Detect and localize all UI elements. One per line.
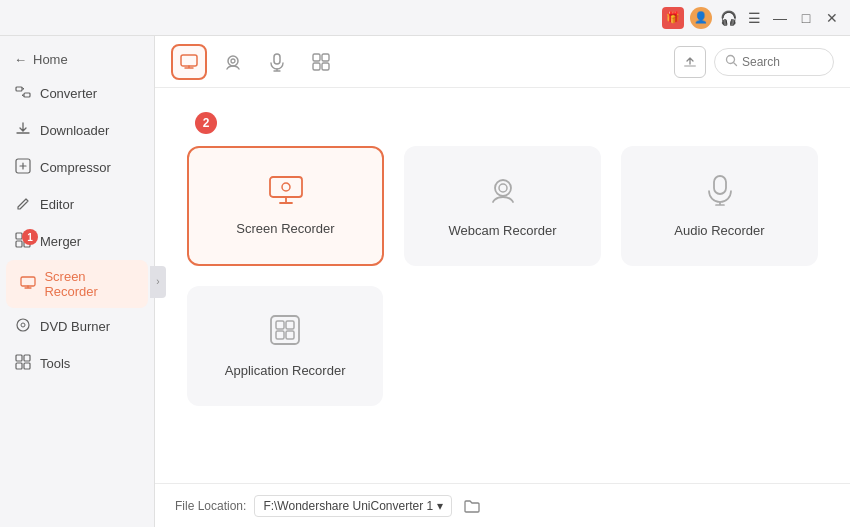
svg-rect-18 <box>313 54 320 61</box>
tools-icon <box>14 354 32 373</box>
titlebar-icons: 🎁 👤 🎧 ☰ — □ ✕ <box>662 7 842 29</box>
sidebar-label-converter: Converter <box>40 86 97 101</box>
cards-container: 2 Screen Recorder Webcam Recorder <box>155 88 850 483</box>
application-recorder-card[interactable]: Application Recorder <box>187 286 383 406</box>
screen-recorder-icon <box>20 275 36 294</box>
svg-point-16 <box>231 59 235 63</box>
screen-recorder-card-icon <box>269 176 303 211</box>
application-recorder-card-label: Application Recorder <box>225 363 346 378</box>
open-folder-button[interactable] <box>460 494 484 518</box>
sidebar-home[interactable]: ← Home <box>0 44 154 75</box>
svg-rect-14 <box>181 55 197 66</box>
merger-badge: 1 <box>22 229 38 245</box>
svg-point-8 <box>17 319 29 331</box>
titlebar: 🎁 👤 🎧 ☰ — □ ✕ <box>0 0 850 36</box>
file-location-path[interactable]: F:\Wondershare UniConverter 1 ▾ <box>254 495 452 517</box>
sidebar-item-merger[interactable]: Merger 1 <box>0 223 154 260</box>
sidebar-item-screen-recorder[interactable]: Screen Recorder <box>6 260 148 308</box>
sidebar-item-downloader[interactable]: Downloader <box>0 112 154 149</box>
downloader-icon <box>14 121 32 140</box>
bottom-bar: File Location: F:\Wondershare UniConvert… <box>155 483 850 527</box>
avatar-icon[interactable]: 👤 <box>690 7 712 29</box>
home-label: Home <box>33 52 68 67</box>
sidebar-collapse-button[interactable]: › <box>150 266 166 298</box>
main-layout: ← Home Converter Downloader Compressor <box>0 36 850 527</box>
minimize-icon[interactable]: — <box>770 8 790 28</box>
cards-row-2: Application Recorder <box>187 286 818 406</box>
svg-rect-10 <box>16 355 22 361</box>
webcam-recorder-card-icon <box>487 174 519 213</box>
sidebar-label-editor: Editor <box>40 197 74 212</box>
maximize-icon[interactable]: □ <box>796 8 816 28</box>
sidebar-label-downloader: Downloader <box>40 123 109 138</box>
audio-recorder-card-icon <box>704 174 736 213</box>
search-input[interactable] <box>742 55 822 69</box>
svg-rect-22 <box>684 65 696 67</box>
editor-icon <box>14 195 32 214</box>
svg-rect-19 <box>322 54 329 61</box>
svg-rect-33 <box>286 331 294 339</box>
file-location-label: File Location: <box>175 499 246 513</box>
svg-rect-20 <box>313 63 320 70</box>
compressor-icon <box>14 158 32 177</box>
svg-rect-30 <box>276 321 284 329</box>
svg-point-9 <box>21 323 25 327</box>
svg-point-23 <box>727 55 735 63</box>
file-path-text: F:\Wondershare UniConverter 1 <box>263 499 433 513</box>
gift-icon[interactable]: 🎁 <box>662 7 684 29</box>
toolbar-audio-button[interactable] <box>259 44 295 80</box>
toolbar-screen-button[interactable] <box>171 44 207 80</box>
menu-icon[interactable]: ☰ <box>744 8 764 28</box>
step-badge-2: 2 <box>195 112 217 134</box>
svg-rect-13 <box>24 363 30 369</box>
svg-rect-12 <box>16 363 22 369</box>
sidebar-item-editor[interactable]: Editor <box>0 186 154 223</box>
audio-recorder-card-label: Audio Recorder <box>674 223 764 238</box>
sidebar-item-compressor[interactable]: Compressor <box>0 149 154 186</box>
svg-rect-21 <box>322 63 329 70</box>
sidebar: ← Home Converter Downloader Compressor <box>0 36 155 527</box>
svg-rect-32 <box>276 331 284 339</box>
svg-rect-5 <box>16 241 22 247</box>
svg-rect-29 <box>271 316 299 344</box>
svg-rect-17 <box>274 54 280 64</box>
audio-recorder-card[interactable]: Audio Recorder <box>621 146 818 266</box>
cards-row-1: Screen Recorder Webcam Recorder Audio Re… <box>187 146 818 266</box>
sidebar-item-converter[interactable]: Converter <box>0 75 154 112</box>
toolbar-webcam-button[interactable] <box>215 44 251 80</box>
back-arrow-icon: ← <box>14 52 27 67</box>
path-dropdown-arrow: ▾ <box>437 499 443 513</box>
search-icon <box>725 53 738 71</box>
svg-rect-24 <box>270 177 302 197</box>
svg-rect-0 <box>16 87 22 91</box>
application-recorder-card-icon <box>269 314 301 353</box>
sidebar-label-merger: Merger <box>40 234 81 249</box>
upload-button[interactable] <box>674 46 706 78</box>
webcam-recorder-card-label: Webcam Recorder <box>448 223 556 238</box>
sidebar-item-dvd-burner[interactable]: DVD Burner <box>0 308 154 345</box>
screen-recorder-card[interactable]: Screen Recorder <box>187 146 384 266</box>
svg-point-15 <box>228 56 238 66</box>
sidebar-label-tools: Tools <box>40 356 70 371</box>
headset-icon[interactable]: 🎧 <box>718 8 738 28</box>
sidebar-item-tools[interactable]: Tools <box>0 345 154 382</box>
sidebar-label-compressor: Compressor <box>40 160 111 175</box>
sidebar-label-dvd-burner: DVD Burner <box>40 319 110 334</box>
converter-icon <box>14 84 32 103</box>
content-area: 2 Screen Recorder Webcam Recorder <box>155 36 850 527</box>
svg-point-25 <box>282 183 290 191</box>
webcam-recorder-card[interactable]: Webcam Recorder <box>404 146 601 266</box>
toolbar-apps-button[interactable] <box>303 44 339 80</box>
svg-rect-28 <box>714 176 726 194</box>
search-bar <box>714 48 834 76</box>
svg-rect-11 <box>24 355 30 361</box>
svg-point-26 <box>495 180 511 196</box>
screen-recorder-card-label: Screen Recorder <box>236 221 334 236</box>
toolbar <box>155 36 850 88</box>
close-icon[interactable]: ✕ <box>822 8 842 28</box>
svg-rect-1 <box>24 93 30 97</box>
sidebar-label-screen-recorder: Screen Recorder <box>44 269 134 299</box>
svg-rect-7 <box>21 277 35 286</box>
dvd-burner-icon <box>14 317 32 336</box>
svg-point-27 <box>499 184 507 192</box>
